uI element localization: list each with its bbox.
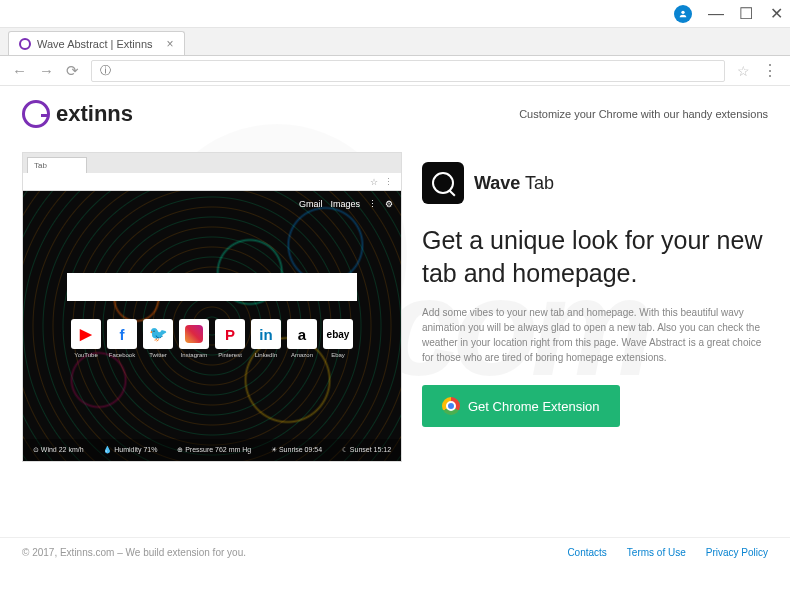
url-input[interactable]: ⓘ xyxy=(91,60,725,82)
menu-icon[interactable]: ⋮ xyxy=(762,61,778,80)
footer-link[interactable]: Terms of Use xyxy=(627,547,686,558)
preview-shortcut: Instagram xyxy=(179,319,209,358)
browser-tabbar: Wave Abstract | Extinns × xyxy=(0,28,790,56)
cta-label: Get Chrome Extension xyxy=(468,399,600,414)
preview-shortcut: aAmazon xyxy=(287,319,317,358)
user-icon[interactable] xyxy=(674,5,692,23)
footer-link[interactable]: Privacy Policy xyxy=(706,547,768,558)
address-bar: ← → ⟳ ⓘ ☆ ⋮ xyxy=(0,56,790,86)
content-column: Wave Tab Get a unique look for your new … xyxy=(422,152,768,462)
preview-top-item: Gmail xyxy=(299,199,323,209)
reload-icon[interactable]: ⟳ xyxy=(66,62,79,80)
preview-top-item: Images xyxy=(330,199,360,209)
back-icon[interactable]: ← xyxy=(12,62,27,79)
preview-column: Tab ☆⋮ GmailImages⋮⚙ ▶YouTubefFacebook🐦T… xyxy=(22,152,402,462)
site-header: extinns Customize your Chrome with our h… xyxy=(0,86,790,142)
get-extension-button[interactable]: Get Chrome Extension xyxy=(422,385,620,427)
brand-logo[interactable]: extinns xyxy=(22,100,133,128)
bookmark-icon[interactable]: ☆ xyxy=(737,63,750,79)
preview-status-item: ☾ Sunset 15:12 xyxy=(342,446,391,454)
extension-preview: Tab ☆⋮ GmailImages⋮⚙ ▶YouTubefFacebook🐦T… xyxy=(22,152,402,462)
app-name: Wave Tab xyxy=(474,173,554,194)
preview-top-item: ⚙ xyxy=(385,199,393,209)
site-footer: © 2017, Extinns.com – We build extension… xyxy=(0,537,790,567)
brand-name: extinns xyxy=(56,101,133,127)
browser-tab[interactable]: Wave Abstract | Extinns × xyxy=(8,31,185,55)
favicon-icon xyxy=(19,38,31,50)
tab-close-icon[interactable]: × xyxy=(167,37,174,51)
preview-top-item: ⋮ xyxy=(368,199,377,209)
preview-body: GmailImages⋮⚙ ▶YouTubefFacebook🐦TwitterI… xyxy=(23,191,401,461)
maximize-icon[interactable]: ☐ xyxy=(740,8,752,20)
preview-tab: Tab xyxy=(27,157,87,173)
footer-link[interactable]: Contacts xyxy=(567,547,606,558)
preview-addr: ☆⋮ xyxy=(23,173,401,191)
chrome-icon xyxy=(442,397,460,415)
window-titlebar: — ☐ ✕ xyxy=(0,0,790,28)
preview-shortcut: inLinkedIn xyxy=(251,319,281,358)
preview-status-item: ⊙ Wind 22 km/h xyxy=(33,446,84,454)
minimize-icon[interactable]: — xyxy=(710,8,722,20)
preview-search xyxy=(67,273,357,301)
preview-status-item: ⊕ Pressure 762 mm Hg xyxy=(177,446,251,454)
preview-shortcut: ▶YouTube xyxy=(71,319,101,358)
preview-status-item: ☀ Sunrise 09:54 xyxy=(271,446,322,454)
close-icon[interactable]: ✕ xyxy=(770,8,782,20)
preview-shortcut: 🐦Twitter xyxy=(143,319,173,358)
preview-status-item: 💧 Humidity 71% xyxy=(103,446,157,454)
headline: Get a unique look for your new tab and h… xyxy=(422,224,768,289)
tagline: Customize your Chrome with our handy ext… xyxy=(519,108,768,120)
description: Add some vibes to your new tab and homep… xyxy=(422,305,768,365)
preview-shortcut: PPinterest xyxy=(215,319,245,358)
copyright: © 2017, Extinns.com – We build extension… xyxy=(22,547,246,558)
preview-shortcut: ebayEbay xyxy=(323,319,353,358)
preview-shortcut: fFacebook xyxy=(107,319,137,358)
tab-title: Wave Abstract | Extinns xyxy=(37,38,153,50)
svg-point-0 xyxy=(681,10,684,13)
app-icon xyxy=(422,162,464,204)
logo-icon xyxy=(22,100,50,128)
forward-icon[interactable]: → xyxy=(39,62,54,79)
url-info-icon: ⓘ xyxy=(100,63,111,78)
